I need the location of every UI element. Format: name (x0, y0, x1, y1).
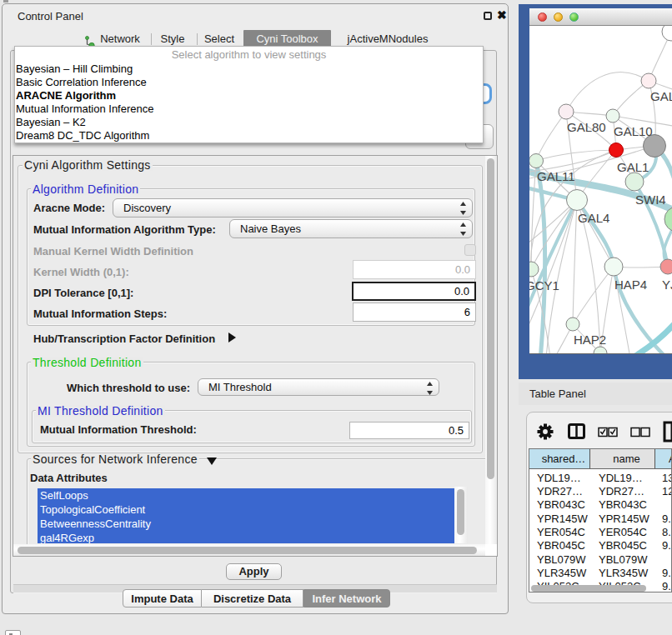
svg-text:GAL7: GAL7 (650, 89, 672, 103)
svg-text:GAL4: GAL4 (578, 211, 609, 225)
svg-text:GAL80: GAL80 (567, 120, 606, 134)
svg-text:GCY1: GCY1 (529, 278, 559, 292)
svg-text:GAL1: GAL1 (617, 160, 649, 174)
svg-text:SWI4: SWI4 (635, 192, 666, 207)
svg-text:HAP2: HAP2 (574, 332, 606, 347)
svg-text:YJ: YJ (662, 278, 672, 292)
svg-text:HAP4: HAP4 (614, 278, 647, 292)
svg-text:GAL10: GAL10 (614, 124, 653, 138)
svg-text:GAL11: GAL11 (537, 169, 575, 183)
